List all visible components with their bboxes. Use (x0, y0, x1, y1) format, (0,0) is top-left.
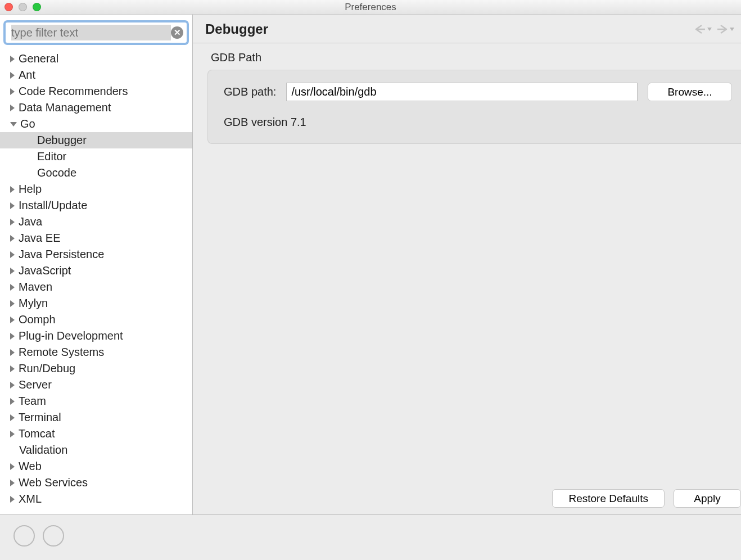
tree-item[interactable]: Oomph (0, 311, 192, 328)
tree-item[interactable]: General (0, 51, 192, 67)
chevron-right-icon[interactable] (10, 202, 15, 209)
tree-item[interactable]: Go (0, 116, 192, 132)
chevron-right-icon[interactable] (10, 317, 15, 323)
tree-item[interactable]: Remote Systems (0, 344, 192, 360)
chevron-right-icon[interactable] (10, 431, 15, 437)
nav-forward-button[interactable] (716, 24, 734, 34)
tree-item-label: Java Persistence (19, 248, 104, 261)
tree-item[interactable]: XML (0, 491, 192, 507)
chevron-right-icon[interactable] (10, 480, 15, 486)
apply-button[interactable]: Apply (674, 489, 741, 508)
browse-button[interactable]: Browse... (648, 83, 732, 101)
footer-round-button-2[interactable] (43, 525, 64, 547)
tree-item-label: Ant (19, 69, 35, 82)
nav-back-button[interactable] (694, 24, 712, 34)
gdb-path-input[interactable] (286, 83, 638, 101)
tree-item[interactable]: Mylyn (0, 295, 192, 311)
tree-item-label: Debugger (37, 134, 87, 147)
gdb-path-label: GDB path: (224, 85, 276, 98)
panel-body: GDB Path GDB path: Browse... GDB version… (193, 43, 741, 514)
gdb-path-group: GDB path: Browse... GDB version 7.1 (207, 70, 741, 144)
gdb-version-text: GDB version 7.1 (224, 116, 732, 129)
filter-input[interactable] (11, 25, 171, 40)
tree-item-label: Oomph (19, 313, 56, 326)
tree-item-label: Tomcat (19, 427, 55, 440)
window-controls (4, 3, 41, 11)
chevron-right-icon[interactable] (10, 235, 15, 242)
chevron-right-icon[interactable] (10, 88, 15, 95)
restore-defaults-button[interactable]: Restore Defaults (552, 489, 665, 508)
tree-item[interactable]: Terminal (0, 409, 192, 426)
window-title: Preferences (345, 2, 396, 12)
tree-item[interactable]: Plug-in Development (0, 328, 192, 344)
tree-item-label: Gocode (37, 166, 76, 179)
tree-item[interactable]: Data Management (0, 100, 192, 116)
tree-item-label: Java (19, 215, 42, 228)
tree-item[interactable]: Web (0, 458, 192, 475)
close-window-icon[interactable] (4, 3, 13, 11)
chevron-down-icon (730, 28, 734, 31)
tree-item-label: Mylyn (19, 297, 48, 310)
chevron-right-icon[interactable] (10, 382, 15, 389)
sidebar: ✕ GeneralAntCode RecommendersData Manage… (0, 15, 193, 514)
tree-item[interactable]: Install/Update (0, 197, 192, 214)
tree-item[interactable]: Debugger (0, 132, 192, 148)
panel-header: Debugger (193, 21, 741, 43)
tree-item-label: Install/Update (19, 199, 87, 212)
chevron-right-icon[interactable] (10, 300, 15, 307)
tree-item-label: Remote Systems (19, 346, 104, 359)
clear-filter-icon[interactable]: ✕ (171, 26, 183, 39)
tree-item[interactable]: Maven (0, 279, 192, 295)
tree-item-label: Validation (19, 444, 67, 457)
panel-footer: Restore Defaults Apply (552, 489, 741, 508)
tree-item[interactable]: Validation (0, 442, 192, 458)
tree-item[interactable]: Java EE (0, 230, 192, 246)
arrow-left-icon (694, 24, 706, 34)
tree-item[interactable]: Server (0, 377, 192, 393)
tree-item[interactable]: Team (0, 393, 192, 409)
tree-item[interactable]: Web Services (0, 475, 192, 491)
titlebar: Preferences (0, 0, 741, 15)
tree-item[interactable]: Java Persistence (0, 246, 192, 263)
chevron-right-icon[interactable] (10, 333, 15, 340)
tree-item[interactable]: Help (0, 181, 192, 197)
chevron-right-icon[interactable] (10, 349, 15, 356)
tree-item[interactable]: Tomcat (0, 426, 192, 442)
arrow-right-icon (716, 24, 729, 34)
tree-item[interactable]: Editor (0, 148, 192, 165)
tree-item-label: Maven (19, 281, 52, 293)
chevron-right-icon[interactable] (10, 284, 15, 291)
chevron-right-icon[interactable] (10, 398, 15, 405)
tree-item[interactable]: Run/Debug (0, 360, 192, 377)
footer-round-button-1[interactable] (13, 525, 35, 547)
chevron-right-icon[interactable] (10, 72, 15, 79)
chevron-right-icon[interactable] (10, 105, 15, 111)
tree-item[interactable]: Java (0, 214, 192, 230)
tree-item-label: Terminal (19, 411, 61, 424)
tree-item-label: JavaScript (19, 264, 71, 277)
chevron-down-icon (707, 28, 712, 31)
preference-tree[interactable]: GeneralAntCode RecommendersData Manageme… (0, 48, 192, 514)
chevron-right-icon[interactable] (10, 56, 15, 62)
chevron-right-icon[interactable] (10, 414, 15, 421)
tree-item-label: Web Services (19, 476, 88, 489)
content-area: ✕ GeneralAntCode RecommendersData Manage… (0, 15, 741, 515)
chevron-right-icon[interactable] (10, 365, 15, 372)
tree-item-label: General (19, 52, 58, 65)
chevron-right-icon[interactable] (10, 186, 15, 193)
chevron-right-icon[interactable] (10, 251, 15, 258)
zoom-window-icon[interactable] (33, 3, 41, 11)
tree-item[interactable]: JavaScript (0, 263, 192, 279)
tree-item[interactable]: Code Recommenders (0, 83, 192, 100)
chevron-right-icon[interactable] (10, 268, 15, 274)
chevron-right-icon[interactable] (10, 496, 15, 503)
chevron-right-icon[interactable] (10, 463, 15, 470)
history-nav (694, 24, 734, 34)
tree-item[interactable]: Gocode (0, 165, 192, 181)
main-panel: Debugger GDB Path GDB path: Browse... (193, 15, 741, 514)
tree-item[interactable]: Ant (0, 67, 192, 83)
chevron-right-icon[interactable] (10, 219, 15, 225)
chevron-down-icon[interactable] (10, 122, 17, 127)
tree-item-label: Data Management (19, 101, 111, 114)
tree-item-label: Run/Debug (19, 362, 75, 375)
